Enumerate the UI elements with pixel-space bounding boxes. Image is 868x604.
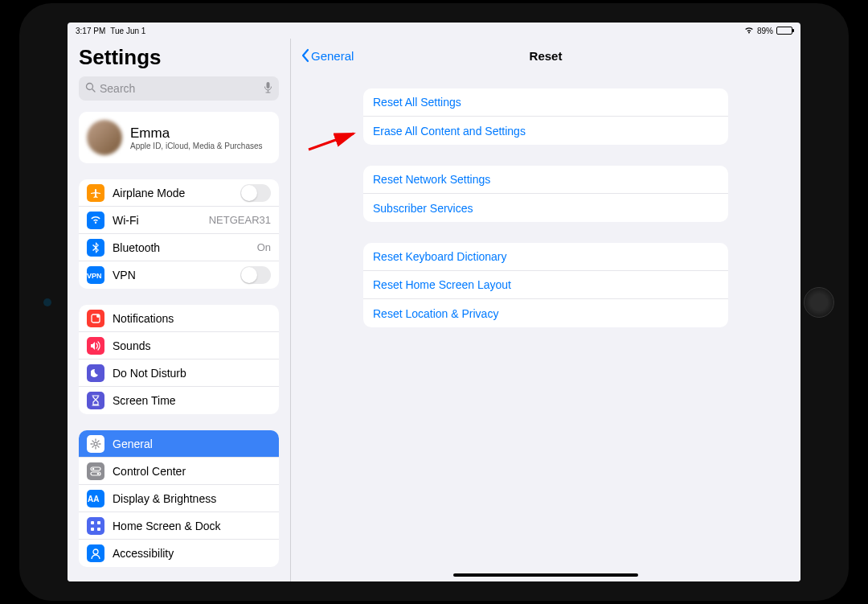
detail-pane: General Reset Reset All SettingsErase Al…	[291, 39, 800, 581]
sidebar-item-label: Accessibility	[113, 547, 271, 560]
reset-option-erase-all-content-and-settings[interactable]: Erase All Content and Settings	[363, 117, 728, 145]
camera-sensor	[43, 298, 51, 306]
home-indicator[interactable]	[453, 573, 638, 577]
bluetooth-icon	[87, 239, 104, 257]
svg-point-0	[87, 84, 93, 90]
reset-option-reset-network-settings[interactable]: Reset Network Settings	[363, 166, 728, 194]
wifi-icon	[87, 212, 104, 229]
person-icon	[87, 544, 104, 562]
airplane-icon	[87, 184, 104, 202]
reset-option-reset-home-screen-layout[interactable]: Reset Home Screen Layout	[363, 271, 728, 299]
sidebar-item-value: On	[257, 241, 271, 253]
svg-point-8	[92, 467, 95, 470]
sidebar-group-general: GeneralControl CenterAADisplay & Brightn…	[79, 430, 279, 567]
toggle-switch[interactable]	[240, 266, 271, 284]
sidebar-item-label: Bluetooth	[113, 241, 257, 254]
sidebar-group-notifications: NotificationsSoundsDo Not DisturbScreen …	[79, 305, 279, 414]
svg-line-17	[309, 134, 354, 150]
ipad-device-frame: 3:17 PM Tue Jun 1 89% Settings Search	[19, 3, 849, 601]
profile-subtitle: Apple ID, iCloud, Media & Purchases	[130, 142, 263, 150]
mic-icon[interactable]	[264, 81, 272, 96]
profile-name: Emma	[130, 125, 263, 142]
screen: 3:17 PM Tue Jun 1 89% Settings Search	[68, 23, 800, 581]
search-placeholder: Search	[100, 82, 135, 95]
switches-icon	[87, 462, 104, 480]
sidebar-item-label: Home Screen & Dock	[113, 520, 271, 532]
search-input[interactable]: Search	[79, 76, 279, 101]
sidebar-item-control-center[interactable]: Control Center	[79, 458, 279, 485]
page-title: Settings	[79, 45, 279, 70]
reset-option-reset-location-privacy[interactable]: Reset Location & Privacy	[363, 299, 728, 327]
svg-text:VPN: VPN	[87, 272, 102, 280]
svg-point-10	[97, 472, 100, 475]
vpn-icon: VPN	[87, 266, 104, 284]
sidebar-item-label: Do Not Disturb	[113, 367, 271, 380]
sidebar-item-label: Screen Time	[113, 394, 271, 407]
reset-option-reset-all-settings[interactable]: Reset All Settings	[363, 88, 728, 117]
sidebar-item-notifications[interactable]: Notifications	[79, 305, 279, 332]
sidebar-item-wi-fi[interactable]: Wi-FiNETGEAR31	[79, 207, 279, 234]
AA-icon: AA	[87, 490, 104, 507]
sidebar-item-label: Airplane Mode	[113, 187, 240, 199]
sidebar-item-do-not-disturb[interactable]: Do Not Disturb	[79, 360, 279, 387]
toggle-switch[interactable]	[240, 184, 271, 202]
svg-point-16	[93, 549, 98, 554]
back-label: General	[311, 49, 354, 63]
sidebar-item-label: Wi-Fi	[113, 214, 209, 227]
sidebar-item-label: Display & Brightness	[113, 492, 271, 505]
status-bar: 3:17 PM Tue Jun 1 89%	[68, 23, 800, 39]
sidebar-item-bluetooth[interactable]: BluetoothOn	[79, 234, 279, 261]
svg-rect-15	[97, 528, 100, 531]
sidebar-item-general[interactable]: General	[79, 430, 279, 458]
sidebar: Settings Search Emma Apple ID, iCloud, M…	[68, 39, 291, 581]
sidebar-item-accessibility[interactable]: Accessibility	[79, 540, 279, 567]
svg-text:AA: AA	[88, 495, 99, 503]
svg-rect-13	[97, 521, 100, 524]
svg-rect-12	[91, 521, 94, 524]
chevron-left-icon	[301, 48, 309, 63]
sidebar-item-label: Control Center	[113, 465, 271, 478]
sidebar-item-value: NETGEAR31	[209, 214, 271, 226]
svg-point-5	[96, 314, 100, 318]
reset-option-group: Reset All SettingsErase All Content and …	[363, 88, 728, 145]
wifi-icon	[744, 26, 754, 35]
sidebar-item-label: Notifications	[113, 312, 271, 325]
grid-icon	[87, 517, 104, 535]
sidebar-item-label: General	[113, 438, 271, 450]
battery-icon	[776, 27, 792, 35]
reset-option-reset-keyboard-dictionary[interactable]: Reset Keyboard Dictionary	[363, 243, 728, 271]
speaker-icon	[87, 337, 104, 355]
nav-bar: General Reset	[291, 39, 800, 72]
apple-id-card[interactable]: Emma Apple ID, iCloud, Media & Purchases	[79, 112, 279, 163]
sidebar-item-screen-time[interactable]: Screen Time	[79, 387, 279, 414]
annotation-arrow	[307, 127, 363, 156]
sidebar-item-home-screen-dock[interactable]: Home Screen & Dock	[79, 512, 279, 540]
svg-rect-2	[267, 82, 270, 88]
svg-line-1	[92, 89, 95, 92]
search-icon	[85, 82, 96, 95]
hourglass-icon	[87, 392, 104, 409]
bell-icon	[87, 310, 104, 327]
sidebar-item-airplane-mode[interactable]: Airplane Mode	[79, 179, 279, 207]
svg-rect-14	[91, 528, 94, 531]
home-button[interactable]	[804, 287, 834, 318]
sidebar-item-sounds[interactable]: Sounds	[79, 332, 279, 360]
sidebar-item-label: Sounds	[113, 339, 271, 352]
avatar	[87, 120, 122, 155]
sidebar-item-label: VPN	[113, 269, 240, 281]
reset-option-group: Reset Network SettingsSubscriber Service…	[363, 166, 728, 222]
nav-title: Reset	[530, 49, 563, 63]
gear-icon	[87, 435, 104, 453]
battery-percent: 89%	[757, 27, 773, 35]
reset-option-subscriber-services[interactable]: Subscriber Services	[363, 194, 728, 222]
status-time: 3:17 PM	[76, 27, 105, 35]
status-date: Tue Jun 1	[110, 27, 145, 35]
back-button[interactable]: General	[301, 48, 354, 63]
reset-option-group: Reset Keyboard DictionaryReset Home Scre…	[363, 243, 728, 327]
sidebar-group-connectivity: Airplane ModeWi-FiNETGEAR31BluetoothOnVP…	[79, 179, 279, 289]
svg-point-6	[94, 442, 97, 446]
sidebar-item-display-brightness[interactable]: AADisplay & Brightness	[79, 485, 279, 512]
moon-icon	[87, 364, 104, 382]
sidebar-item-vpn[interactable]: VPNVPN	[79, 261, 279, 289]
